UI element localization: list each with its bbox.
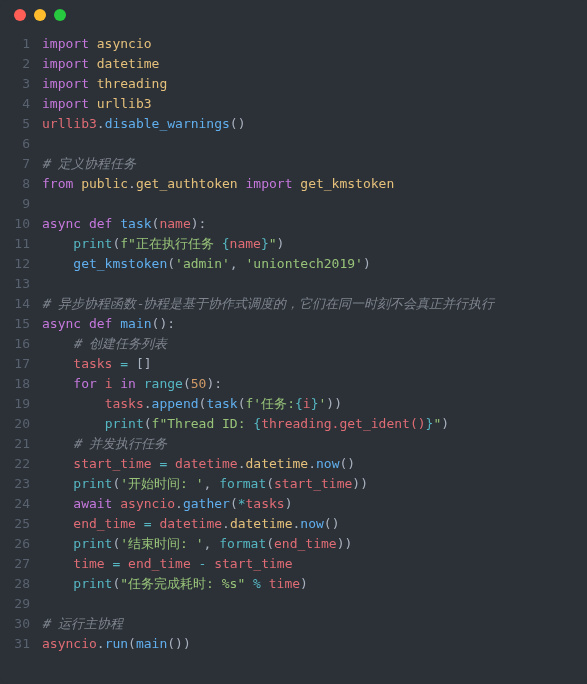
minimize-icon[interactable] bbox=[34, 9, 46, 21]
code-line[interactable]: # 创建任务列表 bbox=[42, 334, 587, 354]
line-number: 16 bbox=[0, 334, 30, 354]
line-number: 26 bbox=[0, 534, 30, 554]
line-number: 9 bbox=[0, 194, 30, 214]
code-content[interactable]: import asyncioimport datetimeimport thre… bbox=[42, 34, 587, 654]
code-line[interactable]: for i in range(50): bbox=[42, 374, 587, 394]
code-line[interactable]: tasks = [] bbox=[42, 354, 587, 374]
close-icon[interactable] bbox=[14, 9, 26, 21]
line-number: 4 bbox=[0, 94, 30, 114]
code-line[interactable]: print("任务完成耗时: %s" % time) bbox=[42, 574, 587, 594]
line-number: 30 bbox=[0, 614, 30, 634]
line-number: 5 bbox=[0, 114, 30, 134]
line-number: 6 bbox=[0, 134, 30, 154]
code-line[interactable]: print(f"正在执行任务 {name}") bbox=[42, 234, 587, 254]
line-number: 11 bbox=[0, 234, 30, 254]
code-line[interactable]: urllib3.disable_warnings() bbox=[42, 114, 587, 134]
code-line[interactable] bbox=[42, 134, 587, 154]
code-line[interactable]: print('结束时间: ', format(end_time)) bbox=[42, 534, 587, 554]
code-line[interactable] bbox=[42, 594, 587, 614]
editor-window: 1234567891011121314151617181920212223242… bbox=[0, 0, 587, 684]
code-line[interactable]: end_time = datetime.datetime.now() bbox=[42, 514, 587, 534]
zoom-icon[interactable] bbox=[54, 9, 66, 21]
line-number: 3 bbox=[0, 74, 30, 94]
line-number: 14 bbox=[0, 294, 30, 314]
code-line[interactable]: import urllib3 bbox=[42, 94, 587, 114]
code-line[interactable]: import datetime bbox=[42, 54, 587, 74]
window-titlebar bbox=[0, 0, 587, 30]
code-line[interactable]: time = end_time - start_time bbox=[42, 554, 587, 574]
code-line[interactable]: async def task(name): bbox=[42, 214, 587, 234]
line-number: 22 bbox=[0, 454, 30, 474]
line-number: 31 bbox=[0, 634, 30, 654]
line-number-gutter: 1234567891011121314151617181920212223242… bbox=[0, 34, 42, 654]
code-line[interactable]: # 异步协程函数-协程是基于协作式调度的，它们在同一时刻不会真正并行执行 bbox=[42, 294, 587, 314]
line-number: 15 bbox=[0, 314, 30, 334]
code-line[interactable]: await asyncio.gather(*tasks) bbox=[42, 494, 587, 514]
line-number: 19 bbox=[0, 394, 30, 414]
code-line[interactable] bbox=[42, 274, 587, 294]
code-line[interactable]: # 定义协程任务 bbox=[42, 154, 587, 174]
code-line[interactable]: async def main(): bbox=[42, 314, 587, 334]
line-number: 18 bbox=[0, 374, 30, 394]
code-line[interactable] bbox=[42, 194, 587, 214]
line-number: 1 bbox=[0, 34, 30, 54]
line-number: 29 bbox=[0, 594, 30, 614]
code-line[interactable]: # 并发执行任务 bbox=[42, 434, 587, 454]
line-number: 24 bbox=[0, 494, 30, 514]
code-line[interactable]: from public.get_authtoken import get_kms… bbox=[42, 174, 587, 194]
line-number: 12 bbox=[0, 254, 30, 274]
line-number: 28 bbox=[0, 574, 30, 594]
line-number: 25 bbox=[0, 514, 30, 534]
line-number: 10 bbox=[0, 214, 30, 234]
line-number: 17 bbox=[0, 354, 30, 374]
line-number: 23 bbox=[0, 474, 30, 494]
code-line[interactable]: import asyncio bbox=[42, 34, 587, 54]
line-number: 8 bbox=[0, 174, 30, 194]
code-line[interactable]: asyncio.run(main()) bbox=[42, 634, 587, 654]
code-line[interactable]: get_kmstoken('admin', 'uniontech2019') bbox=[42, 254, 587, 274]
line-number: 21 bbox=[0, 434, 30, 454]
code-line[interactable]: start_time = datetime.datetime.now() bbox=[42, 454, 587, 474]
line-number: 27 bbox=[0, 554, 30, 574]
line-number: 13 bbox=[0, 274, 30, 294]
line-number: 2 bbox=[0, 54, 30, 74]
code-line[interactable]: tasks.append(task(f'任务:{i}')) bbox=[42, 394, 587, 414]
code-line[interactable]: import threading bbox=[42, 74, 587, 94]
code-line[interactable]: # 运行主协程 bbox=[42, 614, 587, 634]
code-line[interactable]: print('开始时间: ', format(start_time)) bbox=[42, 474, 587, 494]
line-number: 7 bbox=[0, 154, 30, 174]
code-line[interactable]: print(f"Thread ID: {threading.get_ident(… bbox=[42, 414, 587, 434]
line-number: 20 bbox=[0, 414, 30, 434]
code-editor[interactable]: 1234567891011121314151617181920212223242… bbox=[0, 30, 587, 658]
